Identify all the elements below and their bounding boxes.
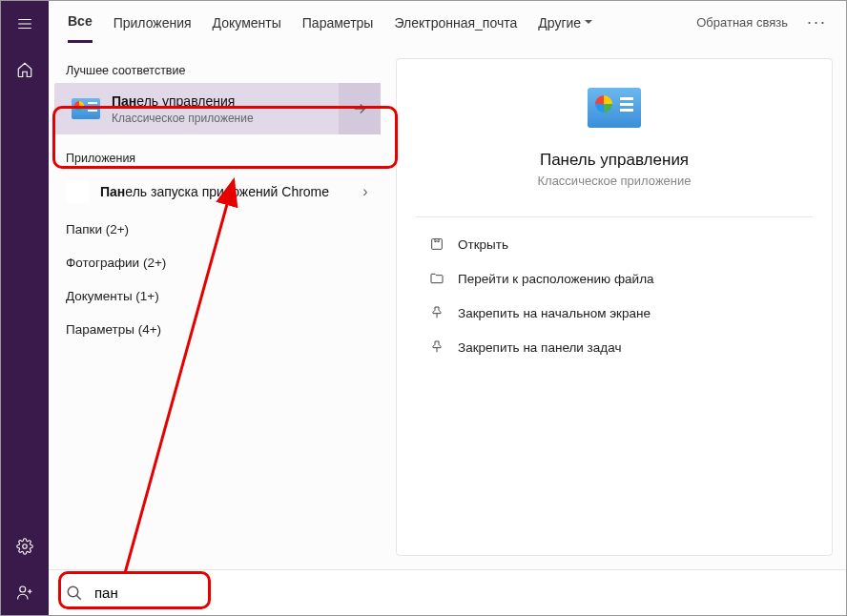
category-settings[interactable]: Параметры (4+) bbox=[49, 313, 392, 346]
search-bar[interactable] bbox=[49, 569, 846, 615]
apps-header: Приложения bbox=[49, 144, 392, 171]
best-match-result[interactable]: Панель управления Классическое приложени… bbox=[54, 83, 381, 134]
svg-point-0 bbox=[23, 544, 28, 549]
chrome-launcher-icon bbox=[66, 180, 89, 203]
category-folders[interactable]: Папки (2+) bbox=[49, 213, 392, 246]
best-match-header: Лучшее соответствие bbox=[49, 56, 392, 83]
tab-documents[interactable]: Документы bbox=[213, 4, 281, 42]
best-match-subtitle: Классическое приложение bbox=[112, 112, 367, 125]
svg-point-3 bbox=[68, 586, 78, 597]
feedback-link[interactable]: Обратная связь bbox=[696, 15, 788, 30]
account-button[interactable] bbox=[1, 569, 49, 615]
action-open[interactable]: Открыть bbox=[425, 227, 803, 261]
action-pin-start[interactable]: Закрепить на начальном экране bbox=[425, 296, 803, 330]
pin-taskbar-icon bbox=[429, 339, 444, 355]
home-button[interactable] bbox=[1, 47, 49, 92]
control-panel-icon bbox=[72, 98, 100, 119]
category-photos[interactable]: Фотографии (2+) bbox=[49, 246, 392, 279]
tab-settings[interactable]: Параметры bbox=[302, 4, 374, 42]
app-result-chrome-launcher[interactable]: Панель запуска приложений Chrome › bbox=[49, 171, 392, 213]
hamburger-menu-button[interactable] bbox=[1, 1, 49, 47]
search-icon bbox=[66, 585, 83, 602]
search-input[interactable] bbox=[94, 585, 829, 601]
action-file-location[interactable]: Перейти к расположению файла bbox=[425, 261, 803, 296]
settings-button[interactable] bbox=[1, 524, 49, 569]
more-options-button[interactable]: ··· bbox=[807, 12, 827, 32]
filter-tabs: Все Приложения Документы Параметры Элект… bbox=[49, 1, 846, 45]
action-pin-taskbar[interactable]: Закрепить на панели задач bbox=[425, 330, 803, 364]
best-match-title: Панель управления bbox=[112, 92, 367, 110]
tab-all[interactable]: Все bbox=[68, 2, 93, 43]
tab-more[interactable]: Другие bbox=[538, 4, 592, 42]
app-result-title: Панель запуска приложений Chrome bbox=[100, 183, 352, 200]
detail-panel: Панель управления Классическое приложени… bbox=[396, 58, 833, 556]
open-icon bbox=[429, 236, 444, 252]
category-documents[interactable]: Документы (1+) bbox=[49, 279, 392, 313]
tab-email[interactable]: Электронная_почта bbox=[394, 4, 517, 42]
control-panel-large-icon bbox=[588, 88, 641, 128]
detail-title: Панель управления bbox=[425, 151, 803, 170]
svg-point-1 bbox=[20, 586, 26, 592]
tab-apps[interactable]: Приложения bbox=[114, 4, 192, 42]
pin-icon bbox=[429, 305, 444, 320]
detail-subtitle: Классическое приложение bbox=[425, 174, 803, 188]
chevron-right-icon: › bbox=[352, 183, 379, 200]
folder-icon bbox=[429, 271, 444, 286]
expand-arrow-button[interactable] bbox=[339, 83, 381, 134]
